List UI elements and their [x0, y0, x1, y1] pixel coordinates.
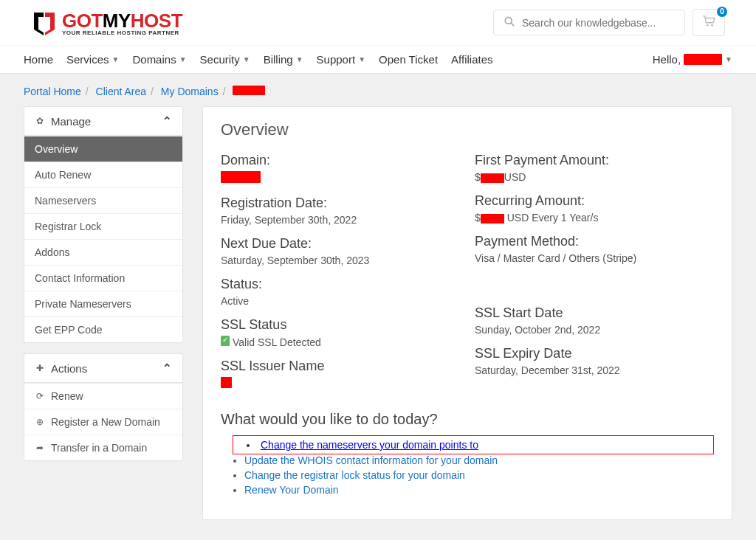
left-column: Domain: Registration Date: Friday, Septe…	[221, 153, 460, 401]
label-ssl-status: SSL Status	[221, 317, 460, 333]
label-status: Status:	[221, 277, 460, 292]
topbar: GOTMYHOST YOUR RELIABLE HOSTING PARTNER …	[0, 0, 756, 45]
label-next-due-date: Next Due Date:	[221, 236, 460, 252]
sidebar-item-overview[interactable]: Overview	[24, 136, 182, 162]
plus-icon: ✚	[35, 363, 45, 373]
redacted-ssl-issuer	[221, 377, 232, 388]
hello-menu[interactable]: Hello, ▼	[653, 53, 732, 66]
panel-manage: ✿ Manage ⌃ Overview Auto Renew Nameserve…	[24, 106, 183, 343]
value-recurring-suffix: USD Every 1 Year/s	[507, 212, 599, 224]
globe-icon: ⊕	[35, 417, 45, 427]
sidebar: ✿ Manage ⌃ Overview Auto Renew Nameserve…	[24, 106, 183, 471]
value-payment-method: Visa / Master Card / Others (Stripe)	[475, 252, 714, 264]
nav-home[interactable]: Home	[24, 53, 53, 66]
sidebar-item-auto-renew[interactable]: Auto Renew	[24, 162, 182, 187]
list-item: Renew Your Domain	[244, 484, 714, 496]
lock-icon	[221, 336, 230, 346]
value-next-due-date: Saturday, September 30th, 2023	[221, 255, 460, 266]
gear-icon: ✿	[35, 116, 45, 126]
label-domain: Domain:	[221, 153, 460, 168]
list-item: Change the registrar lock status for you…	[244, 469, 714, 481]
sidebar-item-nameservers[interactable]: Nameservers	[24, 187, 182, 213]
chevron-down-icon: ▼	[179, 55, 187, 63]
value-ssl-status: Valid SSL Detected	[233, 336, 321, 348]
logo-host: HOST	[131, 10, 182, 32]
chevron-down-icon: ▼	[112, 55, 120, 63]
main-nav: Home Services▼ Domains▼ Security▼ Billin…	[0, 45, 756, 74]
label-ssl-start: SSL Start Date	[475, 305, 714, 321]
highlighted-action: Change the nameservers your domain point…	[233, 435, 714, 454]
todo-heading: What would you like to do today?	[221, 411, 714, 428]
label-payment-method: Payment Method:	[475, 234, 714, 249]
redacted-domain-crumb	[233, 86, 265, 95]
svg-point-2	[707, 24, 709, 27]
svg-point-3	[711, 24, 713, 27]
nav-security[interactable]: Security▼	[200, 53, 250, 66]
list-item: Change the nameservers your domain point…	[233, 436, 713, 454]
value-status: Active	[221, 295, 460, 307]
label-first-payment: First Payment Amount:	[475, 153, 714, 168]
cart-icon	[702, 18, 715, 30]
sidebar-item-registrar-lock[interactable]: Registrar Lock	[24, 213, 182, 239]
label-ssl-expiry: SSL Expiry Date	[475, 346, 714, 361]
nav-billing[interactable]: Billing▼	[264, 53, 303, 66]
cart-badge: 0	[717, 7, 727, 17]
label-registration-date: Registration Date:	[221, 195, 460, 211]
svg-line-1	[511, 23, 514, 26]
logo-mark-icon	[31, 10, 59, 35]
value-registration-date: Friday, September 30th, 2022	[221, 214, 460, 226]
link-update-whois[interactable]: Update the WHOIS contact information for…	[244, 454, 498, 466]
logo-my: MY	[103, 10, 131, 32]
value-ssl-expiry: Saturday, December 31st, 2022	[475, 364, 714, 376]
svg-point-0	[505, 17, 512, 24]
sidebar-item-private-nameservers[interactable]: Private Nameservers	[24, 291, 182, 316]
nav-affiliates[interactable]: Affiliates	[451, 53, 492, 66]
action-renew[interactable]: ⟳ Renew	[24, 383, 182, 409]
main-panel: Overview Domain: Registration Date: Frid…	[202, 106, 732, 520]
nav-domains[interactable]: Domains▼	[132, 53, 186, 66]
redacted-first-payment	[481, 173, 504, 183]
link-change-nameservers[interactable]: Change the nameservers your domain point…	[261, 439, 478, 451]
redacted-username	[684, 54, 722, 65]
logo[interactable]: GOTMYHOST YOUR RELIABLE HOSTING PARTNER	[31, 10, 182, 36]
link-registrar-lock[interactable]: Change the registrar lock status for you…	[244, 469, 465, 481]
label-recurring-amount: Recurring Amount:	[475, 193, 714, 209]
breadcrumb-client-area[interactable]: Client Area	[96, 86, 146, 97]
refresh-icon: ⟳	[35, 391, 45, 401]
panel-manage-header[interactable]: ✿ Manage ⌃	[24, 107, 182, 136]
nav-open-ticket[interactable]: Open Ticket	[379, 53, 438, 66]
breadcrumb-portal-home[interactable]: Portal Home	[24, 86, 81, 97]
sidebar-item-contact-information[interactable]: Contact Information	[24, 265, 182, 291]
right-column: First Payment Amount: $USD Recurring Amo…	[475, 153, 714, 401]
logo-got: GOT	[62, 10, 103, 32]
cart-button[interactable]: 0	[693, 9, 725, 36]
action-transfer-domain[interactable]: ➦ Transfer in a Domain	[24, 435, 182, 460]
chevron-up-icon: ⌃	[162, 361, 172, 375]
chevron-down-icon: ▼	[296, 55, 303, 63]
nav-support[interactable]: Support▼	[317, 53, 365, 66]
redacted-recurring	[481, 214, 504, 224]
redacted-domain-value	[221, 171, 261, 183]
page-title: Overview	[221, 120, 714, 139]
value-ssl-start: Sunday, October 2nd, 2022	[475, 324, 714, 336]
nav-services[interactable]: Services▼	[66, 53, 119, 66]
sidebar-item-get-epp-code[interactable]: Get EPP Code	[24, 316, 182, 342]
panel-actions-header[interactable]: ✚ Actions ⌃	[24, 354, 182, 383]
search-input[interactable]	[522, 17, 674, 29]
search-wrapper[interactable]	[493, 10, 685, 35]
chevron-down-icon: ▼	[725, 55, 732, 63]
label-ssl-issuer: SSL Issuer Name	[221, 359, 460, 374]
value-first-suffix: USD	[504, 171, 526, 183]
action-register-domain[interactable]: ⊕ Register a New Domain	[24, 409, 182, 435]
panel-actions: ✚ Actions ⌃ ⟳ Renew ⊕ Register a New Dom…	[24, 353, 183, 461]
chevron-down-icon: ▼	[243, 55, 250, 63]
share-icon: ➦	[35, 443, 45, 453]
breadcrumb: Portal Home/ Client Area/ My Domains/	[24, 81, 732, 106]
logo-tagline: YOUR RELIABLE HOSTING PARTNER	[62, 30, 182, 36]
chevron-down-icon: ▼	[358, 55, 365, 63]
chevron-up-icon: ⌃	[162, 114, 172, 128]
search-icon	[504, 16, 515, 29]
breadcrumb-my-domains[interactable]: My Domains	[161, 86, 219, 97]
link-renew-domain[interactable]: Renew Your Domain	[244, 484, 339, 496]
sidebar-item-addons[interactable]: Addons	[24, 239, 182, 265]
